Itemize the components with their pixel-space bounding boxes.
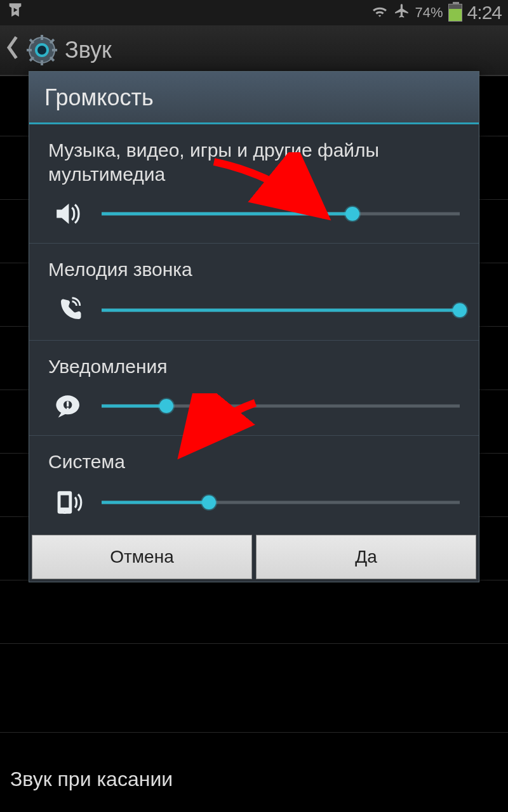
volume-section-ringtone: Мелодия звонка — [29, 244, 479, 341]
volume-label: Уведомления — [48, 355, 460, 379]
volume-section-media: Музыка, видео, игры и другие файлы мульт… — [29, 124, 479, 244]
back-icon[interactable] — [5, 35, 19, 65]
dialog-button-bar: Отмена Да — [29, 532, 479, 582]
svg-rect-12 — [67, 402, 69, 407]
speaker-icon — [52, 201, 88, 226]
wifi-icon — [371, 3, 389, 23]
status-clock: 4:24 — [467, 2, 502, 23]
battery-icon — [448, 4, 462, 22]
svg-rect-15 — [60, 494, 70, 509]
action-bar: Звук — [0, 25, 508, 76]
notification-icon — [52, 393, 88, 419]
volume-section-system: Система — [29, 436, 479, 532]
svg-rect-13 — [67, 408, 69, 410]
device-icon — [52, 489, 88, 516]
dialog-header: Громкость — [29, 72, 479, 124]
volume-section-notifications: Уведомления — [29, 341, 479, 436]
volume-label: Мелодия звонка — [48, 258, 460, 282]
svg-point-1 — [36, 44, 48, 56]
volume-label: Система — [48, 450, 460, 474]
phone-icon — [52, 297, 88, 324]
settings-gear-icon — [27, 35, 57, 65]
battery-percentage: 74% — [415, 4, 443, 21]
svg-point-16 — [64, 510, 66, 513]
volume-label: Музыка, видео, игры и другие файлы мульт… — [48, 138, 460, 186]
svg-rect-2 — [41, 35, 43, 40]
airplane-icon — [394, 3, 410, 23]
bg-list-item-label: Звук при касании — [10, 768, 173, 791]
cancel-button[interactable]: Отмена — [32, 535, 252, 579]
cancel-button-label: Отмена — [110, 547, 173, 567]
volume-dialog: Громкость Музыка, видео, игры и другие ф… — [29, 71, 479, 582]
svg-rect-4 — [27, 49, 32, 51]
play-store-icon — [6, 2, 24, 24]
media-volume-slider[interactable] — [102, 205, 460, 223]
system-volume-slider[interactable] — [102, 494, 460, 511]
svg-rect-3 — [41, 60, 43, 65]
ringtone-volume-slider[interactable] — [102, 301, 460, 319]
notification-volume-slider[interactable] — [102, 397, 460, 415]
ok-button[interactable]: Да — [256, 535, 476, 579]
svg-rect-5 — [52, 49, 57, 51]
status-bar: 74% 4:24 — [0, 0, 508, 25]
action-bar-title: Звук — [65, 37, 112, 63]
ok-button-label: Да — [355, 547, 377, 567]
dialog-title: Громкость — [44, 84, 464, 111]
